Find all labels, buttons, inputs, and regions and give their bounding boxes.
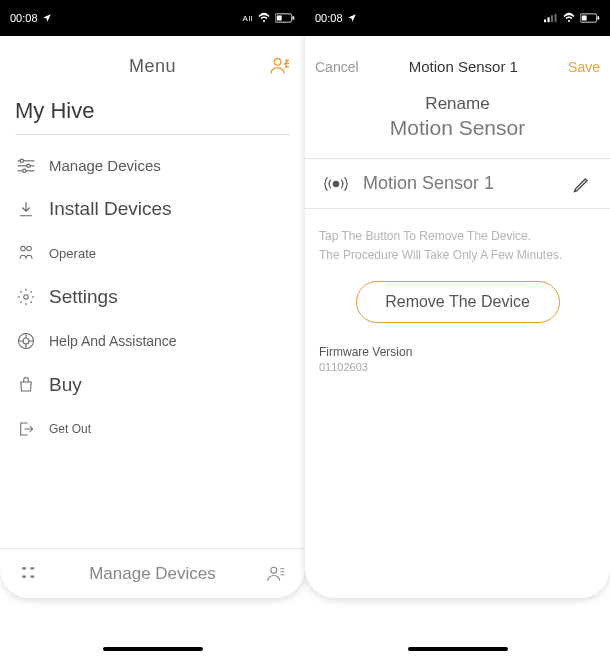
- device-name-input-row[interactable]: Motion Sensor 1: [305, 158, 610, 209]
- grid-icon[interactable]: [20, 565, 38, 583]
- status-time: 00:08: [10, 12, 38, 24]
- menu-item-help[interactable]: Help And Assistance: [0, 319, 305, 363]
- wifi-icon: [562, 12, 576, 24]
- svg-rect-27: [31, 575, 35, 577]
- menu-item-settings[interactable]: Settings: [0, 275, 305, 319]
- svg-point-16: [27, 246, 32, 251]
- motion-sensor-icon: [323, 175, 349, 193]
- rename-block: Rename Motion Sensor: [305, 86, 610, 144]
- svg-point-3: [274, 59, 281, 66]
- battery-icon: [275, 13, 295, 23]
- menu-item-buy[interactable]: Buy: [0, 363, 305, 407]
- help-icon: [15, 330, 37, 352]
- status-time: 00:08: [315, 12, 343, 24]
- wifi-icon: [257, 12, 271, 24]
- save-button[interactable]: Save: [568, 59, 600, 75]
- menu-item-logout[interactable]: Get Out: [0, 407, 305, 451]
- svg-rect-1: [293, 16, 295, 19]
- hint-line: The Procedure Will Take Only A Few Minut…: [319, 246, 596, 265]
- battery-icon: [580, 13, 600, 23]
- location-icon: [42, 13, 52, 23]
- firmware-value: 01102603: [319, 361, 596, 373]
- operate-icon: [15, 242, 37, 264]
- home-indicators: [0, 647, 610, 651]
- header-title: Motion Sensor 1: [409, 58, 518, 75]
- menu-label: Operate: [49, 246, 96, 261]
- svg-rect-37: [598, 16, 600, 19]
- signal-icon: [544, 13, 558, 23]
- svg-rect-25: [31, 567, 35, 569]
- menu-label: Install Devices: [49, 198, 172, 220]
- svg-rect-33: [548, 17, 550, 22]
- firmware-block: Firmware Version 01102603: [305, 323, 610, 373]
- menu-label: Help And Assistance: [49, 333, 177, 349]
- status-bar: 00:08: [305, 0, 610, 36]
- svg-point-28: [271, 567, 277, 573]
- svg-point-12: [27, 164, 30, 167]
- svg-rect-32: [544, 19, 546, 22]
- device-header: Cancel Motion Sensor 1 Save: [305, 36, 610, 86]
- gear-icon: [15, 286, 37, 308]
- bag-icon: [15, 374, 37, 396]
- menu-label: Settings: [49, 286, 118, 308]
- sliders-icon: [15, 154, 37, 176]
- rename-label: Rename: [305, 94, 610, 114]
- network-label: All: [243, 14, 253, 23]
- menu-item-manage-devices[interactable]: Manage Devices: [0, 143, 305, 187]
- section-title: My Hive: [0, 86, 305, 134]
- svg-rect-26: [22, 575, 26, 577]
- svg-point-15: [21, 246, 26, 251]
- menu-label: Manage Devices: [49, 157, 161, 174]
- remove-hint: Tap The Button To Remove The Device. The…: [305, 209, 610, 271]
- remove-button-label: Remove The Device: [385, 293, 530, 311]
- remove-device-button[interactable]: Remove The Device: [356, 281, 560, 323]
- svg-point-19: [23, 338, 29, 344]
- menu-list: Manage Devices Install Devices Operate S…: [0, 135, 305, 451]
- svg-rect-2: [277, 16, 282, 21]
- bottom-bar: Manage Devices: [0, 548, 305, 598]
- bottom-title: Manage Devices: [89, 564, 216, 584]
- svg-rect-35: [555, 14, 557, 22]
- menu-item-operate[interactable]: Operate: [0, 231, 305, 275]
- left-screen: 00:08 All Menu My Hive Mana: [0, 0, 305, 598]
- firmware-label: Firmware Version: [319, 345, 596, 359]
- menu-header: Menu: [0, 36, 305, 86]
- account-icon[interactable]: [270, 57, 290, 75]
- home-indicator-bar: [103, 647, 203, 651]
- download-icon: [15, 198, 37, 220]
- svg-rect-38: [582, 16, 587, 21]
- svg-point-14: [23, 169, 26, 172]
- menu-title: Menu: [129, 56, 176, 77]
- menu-label: Buy: [49, 374, 82, 396]
- hint-line: Tap The Button To Remove The Device.: [319, 227, 596, 246]
- location-icon: [347, 13, 357, 23]
- svg-point-17: [24, 295, 29, 300]
- svg-rect-34: [551, 15, 553, 22]
- device-name-field[interactable]: Motion Sensor 1: [363, 173, 572, 194]
- svg-rect-24: [22, 567, 26, 569]
- account-icon[interactable]: [267, 566, 285, 582]
- status-bar: 00:08 All: [0, 0, 305, 36]
- pencil-icon[interactable]: [572, 174, 592, 194]
- svg-point-39: [333, 181, 338, 186]
- svg-point-10: [20, 159, 23, 162]
- menu-label: Get Out: [49, 422, 91, 436]
- right-screen: 00:08 Cancel Motion Sensor 1 Save Rename…: [305, 0, 610, 598]
- cancel-button[interactable]: Cancel: [315, 59, 359, 75]
- logout-icon: [15, 418, 37, 440]
- home-indicator-bar: [408, 647, 508, 651]
- rename-sub: Motion Sensor: [305, 116, 610, 140]
- menu-item-install-devices[interactable]: Install Devices: [0, 187, 305, 231]
